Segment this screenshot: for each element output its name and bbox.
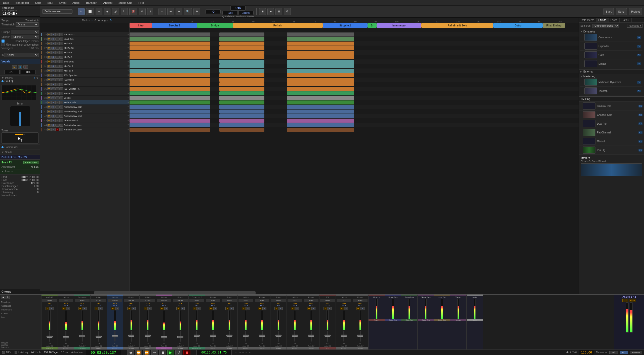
region-43-0[interactable]	[130, 119, 210, 123]
bus-channel-Bass Bus[interactable]: Bass BusBass Bus	[401, 295, 418, 349]
track-row-44[interactable]: 44MS●⬛Protectedby..rVox≡	[40, 123, 129, 127]
region-33-2[interactable]	[287, 73, 354, 77]
region-31-1[interactable]	[219, 64, 264, 68]
track-row-39[interactable]: 39MS●⬛Main Vocals≡	[40, 100, 129, 105]
ch-send-15[interactable]: Main	[288, 299, 302, 302]
bus-label-1[interactable]: Drum Bus	[385, 319, 401, 321]
track-menu-icon-43[interactable]: ≡	[128, 119, 129, 122]
bend-tool[interactable]: ⟳	[139, 8, 146, 15]
kategorie-dropdown[interactable]: Kategorie ▾	[627, 24, 642, 28]
bars-display[interactable]: 00126.03.01.75	[196, 350, 232, 355]
ch-fader-track-16[interactable]	[311, 331, 312, 342]
fx-compressor[interactable]: Compressor FX	[580, 33, 642, 42]
ch-send-1[interactable]: Main	[59, 299, 73, 302]
ch-m-btn-7[interactable]: M	[160, 307, 164, 310]
region-28-0[interactable]	[130, 51, 210, 55]
tab-effekte[interactable]: Effekte	[596, 18, 609, 22]
track-menu-icon-31[interactable]: ≡	[128, 65, 129, 67]
track-arm-24[interactable]: ●	[55, 33, 59, 36]
section-outro[interactable]: Outro	[493, 23, 543, 28]
track-arm-44[interactable]: ●	[55, 124, 59, 127]
track-input-45[interactable]: ⬛	[59, 128, 63, 131]
section-refrain-mit-solo[interactable]: Refrain mit Solo	[421, 23, 493, 28]
track-menu-icon-33[interactable]: ≡	[128, 74, 129, 76]
ch-s-btn-18[interactable]: S	[344, 307, 348, 310]
fx-limiter[interactable]: Limiter FX	[580, 59, 642, 68]
ch-db-1[interactable]: -7.9	[64, 302, 68, 304]
ch-send-14[interactable]: Main	[271, 299, 286, 302]
track-arm-32[interactable]: ●	[55, 69, 59, 72]
ch-pan-10[interactable]: <C>	[211, 304, 215, 307]
ch-db-5[interactable]: 0dB	[130, 302, 133, 304]
region-31-0[interactable]	[130, 64, 210, 68]
track-arm-40[interactable]: ●	[55, 105, 59, 109]
einrechnen-btn[interactable]: Einrechnen	[23, 161, 38, 164]
ch-send-18[interactable]: Main	[337, 299, 351, 302]
track-row-25[interactable]: 25MS●⬛Lead Bus≡	[40, 37, 129, 41]
region-41-0[interactable]	[130, 110, 210, 114]
tab-loops[interactable]: Loops	[609, 18, 620, 22]
mixer-channel-50[interactable]: KeinerMain0dBR4MS50Auto OffKeiner	[270, 295, 287, 349]
region-25-0[interactable]	[130, 37, 210, 41]
ch-db-2[interactable]: -2.2	[80, 302, 84, 304]
menu-spur[interactable]: Spur	[47, 1, 54, 5]
projekt-btn[interactable]: Projekt	[629, 8, 642, 15]
fx-gate[interactable]: Gate FX	[580, 51, 642, 59]
bus-channel-Chord Bus[interactable]: Chord BusChord Bus	[418, 295, 434, 349]
ch-m-btn-17[interactable]: M	[324, 307, 328, 310]
stop-btn[interactable]: ⏹	[159, 350, 166, 355]
region-34-2[interactable]	[287, 78, 354, 82]
track-arm-30[interactable]: ●	[55, 60, 59, 63]
ch-fader-track-4[interactable]	[114, 331, 115, 342]
section-intermezzo[interactable]: Intermezzo	[377, 23, 422, 28]
track-input-33[interactable]: ⬛	[59, 74, 63, 77]
horizontal-scrollbar[interactable]	[40, 291, 579, 294]
section-refrain[interactable]: Refrain	[233, 23, 323, 28]
track-mute-41[interactable]: M	[47, 110, 51, 113]
track-row-36[interactable]: 36MS●⬛FX - Uplifter FX≡	[40, 87, 129, 91]
mixer-channel-51[interactable]: KeinerMain0dB<C>MS51Auto OffKeiner	[287, 295, 303, 349]
skip-back-btn[interactable]: ⏪	[135, 350, 142, 355]
loop-start-btn[interactable]: ⏮	[158, 8, 166, 15]
ch-db-3[interactable]: -3.3	[97, 302, 100, 304]
track-solo-31[interactable]: S	[51, 65, 55, 68]
ch-fader-knob-2[interactable]	[79, 335, 85, 337]
listen-tool[interactable]: ?	[147, 8, 153, 15]
track-input-28[interactable]: ⬛	[59, 51, 63, 54]
ch-m-btn-16[interactable]: M	[307, 307, 311, 310]
track-mute-39[interactable]: M	[47, 101, 51, 104]
ch-fader-track-1[interactable]	[65, 331, 66, 342]
settings-btn[interactable]: ⚙	[284, 8, 291, 15]
region-35-0[interactable]	[130, 82, 210, 86]
region-37-0[interactable]	[130, 91, 210, 95]
ch-pan-12[interactable]: <C>	[244, 304, 248, 307]
add-marker-btn[interactable]: +	[91, 19, 93, 22]
mixer-nav-left[interactable]: ◀	[1, 296, 5, 299]
mixer-channel-41[interactable]: KeinerVocals0dB<C>MS41Auto OffKeiner	[123, 295, 140, 349]
track-mute-38[interactable]: M	[47, 96, 51, 99]
ch-s-btn-14[interactable]: S	[279, 307, 283, 310]
region-26-2[interactable]	[287, 42, 354, 46]
region-27-0[interactable]	[130, 46, 210, 50]
ch-label-bottom-10[interactable]: Keiner	[205, 347, 221, 349]
track-input-24[interactable]: ⬛	[59, 33, 63, 36]
ch-s-btn-4[interactable]: S	[115, 307, 119, 310]
ch-s-btn-0[interactable]: S	[50, 307, 54, 310]
arranger-settings-btn[interactable]: ⚙	[109, 19, 112, 22]
zoom-btn[interactable]: 🔍	[184, 8, 192, 15]
iq-display[interactable]: IQ	[206, 9, 221, 14]
ch-label-bottom-18[interactable]: Keiner	[336, 347, 352, 349]
track-mute-29[interactable]: M	[47, 56, 51, 59]
mixer-channel-44[interactable]: KeinerVocals-3.7<C>MS44Auto OffKeiner	[172, 295, 189, 349]
track-solo-43[interactable]: S	[51, 119, 55, 122]
ch-fader-track-7[interactable]	[164, 331, 165, 342]
ch-db-11[interactable]: 0dB	[228, 302, 231, 304]
mixer-channel-43[interactable]: KeinerVocals-6.2<C>MS43Auto OffKeiner	[156, 295, 172, 349]
region-43-2[interactable]	[287, 119, 354, 123]
region-39-0[interactable]	[130, 100, 210, 104]
region-35-2[interactable]	[287, 82, 354, 86]
region-27-2[interactable]	[287, 46, 354, 50]
ch-s-btn-6[interactable]: S	[148, 307, 152, 310]
mixer-channel-49[interactable]: KeinerMain0dB<C>MS49Auto OffKeiner	[254, 295, 270, 349]
ch-pan-6[interactable]: <C>	[146, 304, 149, 307]
